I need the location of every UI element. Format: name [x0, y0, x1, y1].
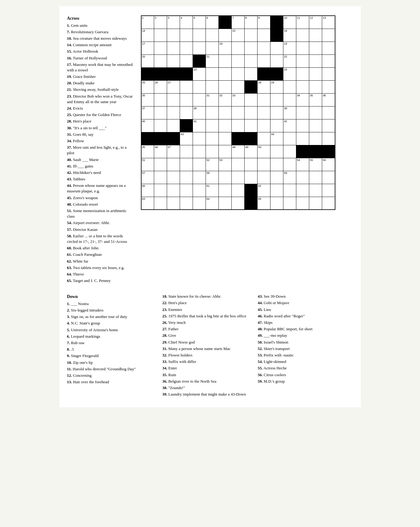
cell-5-13[interactable] [309, 80, 322, 93]
cell-2-7[interactable] [232, 42, 245, 54]
cell-14-5[interactable]: 64 [206, 197, 219, 210]
cell-9-6[interactable] [219, 132, 232, 145]
cell-0-7[interactable]: 7 [232, 16, 245, 29]
cell-13-1[interactable] [154, 184, 167, 197]
cell-7-4[interactable]: 38 [193, 106, 206, 119]
cell-3-11[interactable]: 22 [283, 54, 296, 67]
cell-10-3[interactable] [180, 145, 193, 158]
cell-6-11[interactable] [283, 93, 296, 106]
cell-11-1[interactable] [154, 158, 167, 171]
cell-7-0[interactable]: 37 [141, 106, 154, 119]
cell-11-9[interactable] [258, 158, 270, 171]
cell-4-7[interactable] [232, 67, 245, 80]
cell-8-10[interactable] [270, 119, 283, 132]
cell-4-8[interactable] [245, 67, 258, 80]
cell-0-3[interactable]: 4 [180, 16, 193, 29]
cell-9-10[interactable]: 44 [270, 132, 283, 145]
cell-8-13[interactable] [309, 119, 322, 132]
cell-6-2[interactable] [167, 93, 180, 106]
cell-6-0[interactable]: 30 [141, 93, 154, 106]
cell-11-8[interactable] [245, 158, 258, 171]
cell-2-6[interactable]: 18 [219, 42, 232, 54]
cell-9-13[interactable] [309, 132, 322, 145]
cell-11-0[interactable]: 51 [141, 158, 154, 171]
cell-2-10[interactable] [270, 42, 283, 54]
cell-2-2[interactable] [167, 42, 180, 54]
cell-14-7[interactable] [232, 197, 245, 210]
cell-6-5[interactable]: 31 [206, 93, 219, 106]
cell-9-5[interactable] [206, 132, 219, 145]
cell-12-0[interactable]: 57 [141, 171, 154, 184]
cell-0-1[interactable]: 2 [154, 16, 167, 29]
cell-12-3[interactable] [180, 171, 193, 184]
cell-10-10[interactable] [270, 145, 283, 158]
cell-8-5[interactable] [206, 119, 219, 132]
cell-13-2[interactable] [167, 184, 180, 197]
cell-1-11[interactable]: 16 [283, 29, 296, 42]
cell-4-12[interactable] [296, 67, 309, 80]
cell-8-0[interactable]: 40 [141, 119, 154, 132]
cell-2-14[interactable] [322, 42, 335, 54]
cell-5-8[interactable] [245, 80, 258, 93]
cell-6-6[interactable]: 32 [219, 93, 232, 106]
cell-2-1[interactable] [154, 42, 167, 54]
cell-10-8[interactable]: 49 [245, 145, 258, 158]
cell-6-8[interactable] [245, 93, 258, 106]
cell-10-12[interactable] [296, 145, 309, 158]
cell-10-9[interactable]: 50 [258, 145, 270, 158]
cell-7-13[interactable] [309, 106, 322, 119]
cell-0-0[interactable]: 1 [141, 16, 154, 29]
cell-0-14[interactable]: 13 [322, 16, 335, 29]
cell-11-14[interactable]: 56 [322, 158, 335, 171]
cell-14-12[interactable] [296, 197, 309, 210]
cell-10-4[interactable] [193, 145, 206, 158]
cell-3-5[interactable]: 21 [206, 54, 219, 67]
cell-10-11[interactable] [283, 145, 296, 158]
cell-1-0[interactable]: 14 [141, 29, 154, 42]
cell-0-4[interactable]: 5 [193, 16, 206, 29]
cell-9-8[interactable] [245, 132, 258, 145]
cell-1-1[interactable] [154, 29, 167, 42]
cell-11-12[interactable]: 54 [296, 158, 309, 171]
cell-14-0[interactable]: 63 [141, 197, 154, 210]
cell-5-2[interactable]: 27 [167, 80, 180, 93]
cell-8-14[interactable] [322, 119, 335, 132]
cell-8-1[interactable] [154, 119, 167, 132]
cell-13-3[interactable] [180, 184, 193, 197]
cell-14-9[interactable]: 65 [258, 197, 270, 210]
cell-3-3[interactable] [180, 54, 193, 67]
cell-11-13[interactable]: 55 [309, 158, 322, 171]
cell-12-1[interactable] [154, 171, 167, 184]
cell-14-11[interactable] [283, 197, 296, 210]
cell-4-2[interactable] [167, 67, 180, 80]
cell-11-7[interactable] [232, 158, 245, 171]
cell-10-7[interactable]: 48 [232, 145, 245, 158]
cell-12-9[interactable] [258, 171, 270, 184]
cell-4-6[interactable] [219, 67, 232, 80]
cell-0-9[interactable]: 9 [258, 16, 270, 29]
cell-14-3[interactable] [180, 197, 193, 210]
cell-8-11[interactable]: 42 [283, 119, 296, 132]
cell-10-13[interactable] [309, 145, 322, 158]
cell-1-4[interactable] [193, 29, 206, 42]
cell-3-10[interactable] [270, 54, 283, 67]
cell-2-13[interactable] [309, 42, 322, 54]
cell-14-1[interactable] [154, 197, 167, 210]
cell-10-14[interactable] [322, 145, 335, 158]
cell-1-14[interactable] [322, 29, 335, 42]
cell-2-8[interactable] [245, 42, 258, 54]
cell-11-10[interactable] [270, 158, 283, 171]
cell-3-13[interactable] [309, 54, 322, 67]
cell-0-12[interactable]: 11 [296, 16, 309, 29]
cell-12-8[interactable] [245, 171, 258, 184]
cell-12-13[interactable] [309, 171, 322, 184]
cell-14-13[interactable] [309, 197, 322, 210]
cell-8-9[interactable] [258, 119, 270, 132]
cell-0-2[interactable]: 3 [167, 16, 180, 29]
cell-1-6[interactable] [219, 29, 232, 42]
cell-9-2[interactable] [167, 132, 180, 145]
cell-4-13[interactable] [309, 67, 322, 80]
cell-0-10[interactable] [270, 16, 283, 29]
cell-5-5[interactable] [206, 80, 219, 93]
cell-12-6[interactable] [219, 171, 232, 184]
